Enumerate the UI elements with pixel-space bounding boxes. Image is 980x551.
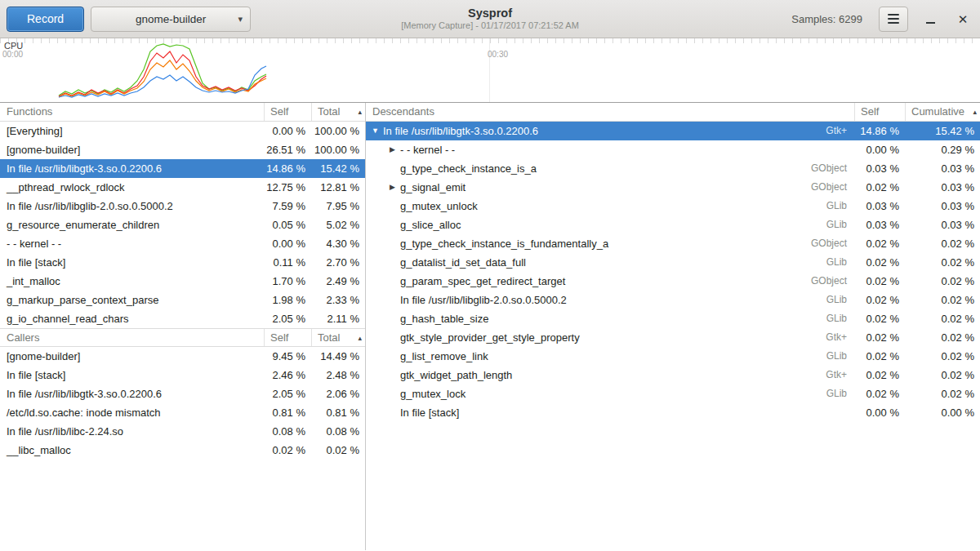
table-row[interactable]: In file [stack]0.11 %2.70 %: [0, 253, 365, 272]
table-row[interactable]: In file /usr/lib/libc-2.24.so0.08 %0.08 …: [0, 422, 365, 441]
samples-count: Samples: 6299: [791, 13, 862, 25]
column-header-descendants[interactable]: Descendants: [366, 103, 854, 121]
cumulative-value: 0.02 %: [905, 291, 980, 309]
expander-spacer: [386, 366, 399, 384]
column-header-self[interactable]: Self: [264, 329, 311, 346]
cpu-graph[interactable]: CPU 00:00 00:30: [0, 38, 980, 103]
tree-row[interactable]: In file [stack]0.00 %0.00 %: [366, 403, 980, 422]
self-value: 0.00 %: [264, 122, 311, 140]
cumulative-value: 0.02 %: [905, 253, 980, 272]
tree-row[interactable]: In file /usr/lib/libglib-2.0.so.0.5000.2…: [366, 291, 980, 309]
library-category: GObject: [811, 272, 854, 291]
main-content: Functions Self Total ▴ [Everything]0.00 …: [0, 103, 980, 550]
total-value: 0.81 %: [311, 403, 365, 422]
self-value: 0.02 %: [854, 272, 905, 291]
tree-row[interactable]: g_param_spec_get_redirect_targetGObject0…: [366, 272, 980, 291]
tree-row[interactable]: g_hash_table_sizeGLib0.02 %0.02 %: [366, 309, 980, 328]
self-value: 9.45 %: [264, 347, 311, 366]
column-header-cumulative[interactable]: Cumulative ▴: [905, 103, 980, 121]
self-value: 0.02 %: [854, 291, 905, 309]
expander-spacer: [386, 309, 399, 328]
self-value: 12.75 %: [264, 178, 311, 197]
tree-row[interactable]: g_datalist_id_set_data_fullGLib0.02 %0.0…: [366, 253, 980, 272]
function-name: [Everything]: [0, 122, 264, 140]
headerbar-right: Samples: 6299 ✕: [791, 7, 973, 32]
table-row[interactable]: In file [stack]2.46 %2.48 %: [0, 366, 365, 384]
tree-row[interactable]: g_slice_allocGLib0.03 %0.03 %: [366, 216, 980, 234]
column-header-functions[interactable]: Functions: [0, 103, 264, 121]
function-name: g_datalist_id_set_data_full: [399, 253, 826, 272]
expander-icon[interactable]: ▶: [386, 140, 399, 159]
table-row[interactable]: In file /usr/lib/libgtk-3.so.0.2200.62.0…: [0, 384, 365, 403]
function-name: In file /usr/lib/libgtk-3.so.0.2200.6: [0, 384, 264, 403]
self-value: 0.05 %: [264, 216, 311, 234]
function-name: In file /usr/lib/libgtk-3.so.0.2200.6: [381, 122, 826, 140]
tree-row[interactable]: g_type_check_instance_is_aGObject0.03 %0…: [366, 159, 980, 178]
table-row[interactable]: /etc/ld.so.cache: inode mismatch0.81 %0.…: [0, 403, 365, 422]
column-header-self[interactable]: Self: [854, 103, 905, 121]
table-row[interactable]: g_markup_parse_context_parse1.98 %2.33 %: [0, 291, 365, 309]
cpu-usage-chart: [0, 38, 980, 102]
process-selector-label: gnome-builder: [136, 13, 206, 25]
total-value: 2.70 %: [311, 253, 365, 272]
table-row[interactable]: In file /usr/lib/libgtk-3.so.0.2200.614.…: [0, 159, 365, 178]
total-value: 2.48 %: [311, 366, 365, 384]
expander-spacer: [386, 328, 399, 347]
table-row[interactable]: - - kernel - -0.00 %4.30 %: [0, 234, 365, 253]
expander-icon[interactable]: ▼: [369, 122, 381, 140]
column-header-total[interactable]: Total ▴: [311, 329, 365, 346]
library-category: [847, 140, 854, 159]
table-row[interactable]: g_io_channel_read_chars2.05 %2.11 %: [0, 309, 365, 328]
table-row[interactable]: __pthread_rwlock_rdlock12.75 %12.81 %: [0, 178, 365, 197]
table-row[interactable]: In file /usr/lib/libglib-2.0.so.0.5000.2…: [0, 197, 365, 216]
function-name: In file /usr/lib/libglib-2.0.so.0.5000.2: [399, 291, 826, 309]
tree-row[interactable]: g_list_remove_linkGLib0.02 %0.02 %: [366, 347, 980, 366]
total-value: 0.02 %: [311, 441, 365, 460]
self-value: 0.02 %: [854, 178, 905, 197]
close-icon: ✕: [958, 13, 969, 25]
expander-spacer: [386, 272, 399, 291]
tree-row[interactable]: gtk_style_provider_get_style_propertyGtk…: [366, 328, 980, 347]
tree-row[interactable]: gtk_widget_path_lengthGtk+0.02 %0.02 %: [366, 366, 980, 384]
table-row[interactable]: [Everything]0.00 %100.00 %: [0, 122, 365, 140]
library-category: GLib: [826, 309, 854, 328]
table-row[interactable]: _int_malloc1.70 %2.49 %: [0, 272, 365, 291]
table-row[interactable]: __libc_malloc0.02 %0.02 %: [0, 441, 365, 460]
table-row[interactable]: g_resource_enumerate_children0.05 %5.02 …: [0, 216, 365, 234]
table-row[interactable]: [gnome-builder]9.45 %14.49 %: [0, 347, 365, 366]
function-name: In file /usr/lib/libglib-2.0.so.0.5000.2: [0, 197, 264, 216]
tree-row[interactable]: ▼In file /usr/lib/libgtk-3.so.0.2200.6Gt…: [366, 122, 980, 140]
column-header-total[interactable]: Total ▴: [311, 103, 365, 121]
tree-row[interactable]: g_mutex_unlockGLib0.03 %0.03 %: [366, 197, 980, 216]
record-button[interactable]: Record: [7, 7, 84, 32]
self-value: 0.00 %: [854, 403, 905, 422]
total-value: 100.00 %: [311, 140, 365, 159]
total-value: 12.81 %: [311, 178, 365, 197]
column-header-self[interactable]: Self: [264, 103, 311, 121]
tree-row[interactable]: ▶g_signal_emitGObject0.02 %0.03 %: [366, 178, 980, 197]
menu-button[interactable]: [879, 7, 908, 32]
function-name: /etc/ld.so.cache: inode mismatch: [0, 403, 264, 422]
time-label-mid: 00:30: [488, 50, 508, 59]
library-category: GLib: [826, 384, 854, 403]
total-value: 2.49 %: [311, 272, 365, 291]
self-value: 0.02 %: [264, 441, 311, 460]
tree-row[interactable]: g_type_check_instance_is_fundamentally_a…: [366, 234, 980, 253]
expander-spacer: [386, 384, 399, 403]
library-category: GObject: [811, 159, 854, 178]
close-button[interactable]: ✕: [952, 8, 973, 29]
expander-icon[interactable]: ▶: [386, 178, 399, 197]
function-name: [gnome-builder]: [0, 347, 264, 366]
tree-row[interactable]: g_mutex_lockGLib0.02 %0.02 %: [366, 384, 980, 403]
table-row[interactable]: [gnome-builder]26.51 %100.00 %: [0, 140, 365, 159]
column-header-callers[interactable]: Callers: [0, 329, 264, 346]
minimize-button[interactable]: [920, 8, 941, 29]
expander-spacer: [386, 216, 399, 234]
tree-row[interactable]: ▶- - kernel - -0.00 %0.29 %: [366, 140, 980, 159]
function-name: gtk_widget_path_length: [399, 366, 826, 384]
cumulative-value: 0.02 %: [905, 309, 980, 328]
function-name: - - kernel - -: [0, 234, 264, 253]
function-name: _int_malloc: [0, 272, 264, 291]
process-selector[interactable]: gnome-builder ▾: [91, 7, 251, 32]
expander-spacer: [386, 234, 399, 253]
